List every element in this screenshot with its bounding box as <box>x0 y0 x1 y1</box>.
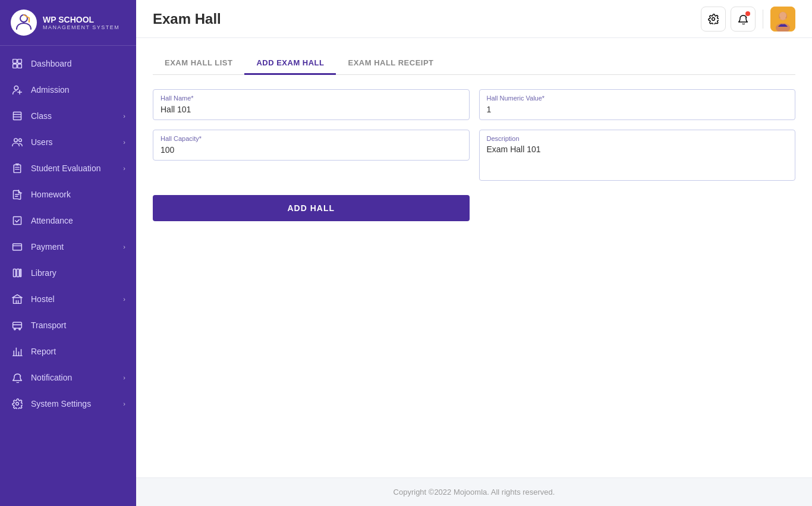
topbar: Exam Hall <box>136 0 812 38</box>
chevron-right-icon: › <box>123 165 125 172</box>
sidebar-item-notification[interactable]: Notification › <box>0 364 136 391</box>
hall-name-input[interactable] <box>160 105 462 114</box>
tab-exam-hall-receipt[interactable]: EXAM HALL RECEIPT <box>336 52 445 75</box>
svg-rect-12 <box>14 165 20 172</box>
svg-rect-22 <box>13 269 15 276</box>
sidebar-header: WP SCHOOL MANAGEMENT SYSTEM <box>0 0 136 46</box>
sidebar-item-label: Transport <box>31 320 125 330</box>
description-wrapper: Description Exam Hall 101 <box>479 130 796 181</box>
sidebar-item-homework[interactable]: Homework <box>0 181 136 208</box>
hall-capacity-input[interactable] <box>160 145 462 155</box>
sidebar-item-payment[interactable]: Payment › <box>0 234 136 260</box>
notification-badge <box>745 11 750 16</box>
add-hall-button[interactable]: ADD HALL <box>153 195 470 221</box>
app-subtitle: MANAGEMENT SYSTEM <box>43 24 119 30</box>
sidebar-item-label: Class <box>31 111 123 121</box>
credit-card-icon <box>11 240 24 253</box>
topbar-divider <box>763 10 763 29</box>
chevron-right-icon: › <box>123 374 125 381</box>
description-field-group: Description Exam Hall 101 <box>479 130 796 181</box>
bus-icon <box>11 319 24 332</box>
svg-rect-28 <box>13 322 22 328</box>
svg-point-11 <box>18 139 21 142</box>
chevron-right-icon: › <box>123 400 125 407</box>
sidebar-item-label: Hostel <box>31 294 123 304</box>
settings-button[interactable] <box>701 7 726 32</box>
svg-point-5 <box>14 86 18 90</box>
hall-name-wrapper: Hall Name* <box>153 89 470 120</box>
sidebar-item-system-settings[interactable]: System Settings › <box>0 391 136 417</box>
sidebar-nav: Dashboard Admission Class › <box>0 46 136 506</box>
logo-text: WP SCHOOL MANAGEMENT SYSTEM <box>43 15 119 31</box>
svg-rect-1 <box>13 59 17 64</box>
library-icon <box>11 266 24 279</box>
description-input[interactable]: Exam Hall 101 <box>487 144 788 173</box>
hall-numeric-input[interactable] <box>487 105 788 114</box>
avatar[interactable] <box>770 7 795 32</box>
bar-chart-icon <box>11 345 24 358</box>
tab-exam-hall-list[interactable]: EXAM HALL LIST <box>153 52 244 75</box>
sidebar-item-users[interactable]: Users › <box>0 129 136 155</box>
sidebar-item-label: Users <box>31 137 123 147</box>
chevron-right-icon: › <box>123 296 125 303</box>
main-area: Exam Hall <box>136 0 812 506</box>
hall-capacity-label: Hall Capacity* <box>160 135 462 142</box>
sidebar-item-student-evaluation[interactable]: Student Evaluation › <box>0 155 136 181</box>
add-exam-hall-form: Hall Name* Hall Numeric Value* <box>153 89 795 221</box>
building-icon <box>11 293 24 306</box>
sidebar-item-class[interactable]: Class › <box>0 103 136 129</box>
sidebar-item-label: Student Evaluation <box>31 164 123 173</box>
hall-numeric-field-group: Hall Numeric Value* <box>479 89 796 120</box>
sidebar-item-label: Report <box>31 347 125 356</box>
svg-rect-19 <box>13 216 21 224</box>
logo-icon <box>11 10 37 36</box>
book-icon <box>11 109 24 122</box>
check-square-icon <box>11 214 24 227</box>
chevron-right-icon: › <box>123 112 125 120</box>
tab-bar: EXAM HALL LIST ADD EXAM HALL EXAM HALL R… <box>153 52 795 75</box>
user-plus-icon <box>11 83 24 96</box>
hall-name-label: Hall Name* <box>160 95 462 102</box>
svg-point-39 <box>16 403 19 406</box>
sidebar-item-label: System Settings <box>31 399 123 408</box>
sidebar: WP SCHOOL MANAGEMENT SYSTEM Dashboard Ad… <box>0 0 136 506</box>
footer: Copyright ©2022 Mojoomla. All rights res… <box>136 477 812 506</box>
app-title: WP SCHOOL <box>43 15 119 25</box>
hall-capacity-wrapper: Hall Capacity* <box>153 130 470 161</box>
svg-rect-2 <box>18 59 22 64</box>
tab-add-exam-hall[interactable]: ADD EXAM HALL <box>244 52 336 75</box>
sidebar-item-attendance[interactable]: Attendance <box>0 208 136 234</box>
hall-numeric-wrapper: Hall Numeric Value* <box>479 89 796 120</box>
bell-icon <box>11 371 24 384</box>
sidebar-item-label: Homework <box>31 190 125 199</box>
hall-numeric-label: Hall Numeric Value* <box>487 95 788 102</box>
sidebar-item-dashboard[interactable]: Dashboard <box>0 51 136 77</box>
content-area: EXAM HALL LIST ADD EXAM HALL EXAM HALL R… <box>136 38 812 477</box>
sidebar-item-transport[interactable]: Transport <box>0 312 136 338</box>
svg-rect-20 <box>13 244 22 250</box>
sidebar-item-hostel[interactable]: Hostel › <box>0 286 136 312</box>
chevron-right-icon: › <box>123 243 125 250</box>
svg-rect-3 <box>13 64 17 68</box>
grid-icon <box>11 57 24 70</box>
topbar-actions <box>701 7 795 32</box>
svg-rect-23 <box>17 269 19 276</box>
notification-button[interactable] <box>731 7 756 32</box>
sidebar-item-label: Library <box>31 268 125 278</box>
svg-rect-24 <box>20 269 21 276</box>
svg-point-10 <box>14 139 18 142</box>
sidebar-item-library[interactable]: Library <box>0 260 136 286</box>
settings-icon <box>11 397 24 410</box>
sidebar-item-label: Notification <box>31 373 123 382</box>
clipboard-icon <box>11 162 24 175</box>
sidebar-item-admission[interactable]: Admission <box>0 77 136 103</box>
sidebar-item-report[interactable]: Report <box>0 338 136 364</box>
svg-rect-25 <box>13 298 21 304</box>
sidebar-item-label: Admission <box>31 85 125 95</box>
description-label: Description <box>487 135 788 142</box>
footer-text: Copyright ©2022 Mojoomla. All rights res… <box>394 488 555 496</box>
svg-point-44 <box>779 12 786 19</box>
sidebar-item-label: Dashboard <box>31 59 125 68</box>
svg-rect-4 <box>18 64 22 68</box>
svg-point-40 <box>712 17 715 20</box>
